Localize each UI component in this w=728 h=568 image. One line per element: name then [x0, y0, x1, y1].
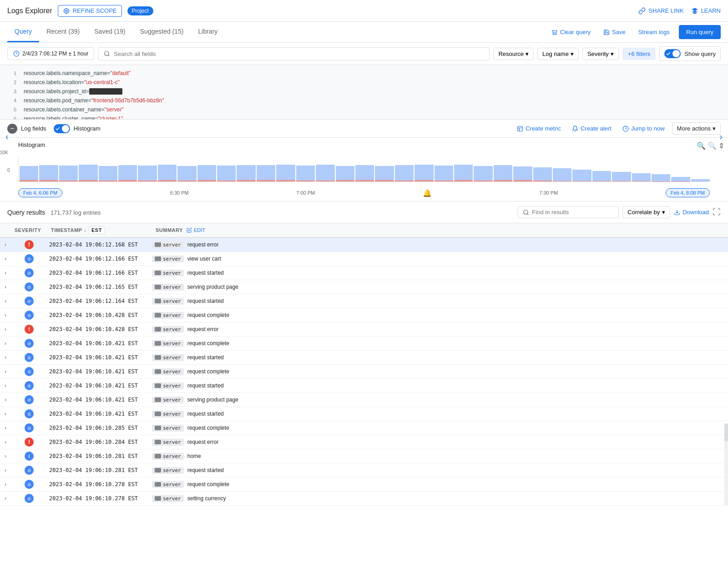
row-severity: ! — [11, 240, 47, 249]
table-row[interactable]: › ⊘ 2023-02-04 19:06:10.285 EST server r… — [0, 421, 728, 435]
table-row[interactable]: › ⊘ 2023-02-04 19:06:10.281 EST server r… — [0, 463, 728, 478]
server-chip: server — [152, 481, 184, 488]
row-expand-icon[interactable]: › — [0, 481, 11, 488]
table-row[interactable]: › ⊘ 2023-02-04 19:06:10.278 EST server s… — [0, 492, 728, 506]
row-expand-icon[interactable]: › — [0, 298, 11, 304]
row-expand-icon[interactable]: › — [0, 495, 11, 502]
create-alert-button[interactable]: Create alert — [568, 123, 615, 134]
resource-filter-label: Resource — [498, 50, 524, 57]
col-timestamp-header[interactable]: TIMESTAMP ↓ EST — [47, 226, 152, 234]
refine-scope-button[interactable]: REFINE SCOPE — [58, 5, 122, 17]
table-row[interactable]: › ⊘ 2023-02-04 19:06:12.166 EST server v… — [0, 252, 728, 266]
table-row[interactable]: › ⊘ 2023-02-04 19:06:12.165 EST server s… — [0, 280, 728, 294]
server-chip: server — [152, 382, 184, 389]
query-text-5: resource.labels.container_name="server" — [24, 106, 124, 114]
table-row[interactable]: › ! 2023-02-04 19:06:10.284 EST server r… — [0, 435, 728, 449]
find-search-icon — [523, 209, 529, 216]
search-box[interactable] — [98, 47, 490, 60]
row-expand-icon[interactable]: › — [0, 453, 11, 459]
row-summary: server request started — [152, 467, 728, 474]
row-expand-icon[interactable]: › — [0, 284, 11, 290]
log-name-filter-button[interactable]: Log name ▾ — [537, 48, 579, 60]
row-expand-icon[interactable]: › — [0, 354, 11, 361]
find-results-box[interactable] — [518, 206, 619, 218]
run-query-button[interactable]: Run query — [679, 25, 721, 39]
row-expand-icon[interactable]: › — [0, 425, 11, 431]
table-row[interactable]: › ⊘ 2023-02-04 19:06:10.428 EST server r… — [0, 308, 728, 322]
table-row[interactable]: › ⊘ 2023-02-04 19:06:10.421 EST server r… — [0, 407, 728, 421]
create-metric-button[interactable]: Create metric — [513, 123, 565, 134]
stream-logs-button[interactable]: Stream logs — [635, 26, 673, 38]
row-expand-icon[interactable]: › — [0, 368, 11, 375]
share-link-button[interactable]: SHARE LINK — [638, 7, 683, 15]
table-row[interactable]: › ⊘ 2023-02-04 19:06:10.421 EST server s… — [0, 393, 728, 407]
row-expand-icon[interactable]: › — [0, 256, 11, 262]
time-range-button[interactable]: 2/4/23 7:06:12 PM ± 1 hour — [7, 47, 94, 60]
row-expand-icon[interactable]: › — [0, 397, 11, 403]
row-expand-icon[interactable]: › — [0, 241, 11, 248]
jump-to-now-button[interactable]: Jump to now — [619, 123, 668, 134]
row-expand-icon[interactable]: › — [0, 411, 11, 417]
learn-button[interactable]: LEARN — [691, 7, 721, 15]
table-row[interactable]: › ! 2023-02-04 19:06:12.168 EST server r… — [0, 238, 728, 252]
histogram-next-button[interactable]: › — [718, 130, 724, 144]
jump-to-now-label: Jump to now — [631, 125, 665, 132]
tab-query[interactable]: Query — [7, 22, 39, 42]
severity-filter-button[interactable]: Severity ▾ — [582, 48, 619, 60]
row-expand-icon[interactable]: › — [0, 270, 11, 276]
tab-library[interactable]: Library — [191, 22, 225, 42]
histogram-prev-button[interactable]: ‹ — [4, 130, 10, 144]
debug-severity-icon: ⊘ — [25, 480, 34, 489]
save-button[interactable]: Save — [600, 26, 629, 38]
table-row[interactable]: › i 2023-02-04 19:06:10.281 EST server h… — [0, 449, 728, 463]
find-results-input[interactable] — [532, 209, 614, 216]
row-expand-icon[interactable]: › — [0, 467, 11, 473]
zoom-in-button[interactable]: 🔍 — [697, 141, 706, 150]
tab-suggested[interactable]: Suggested (15) — [133, 22, 191, 42]
server-chip: server — [152, 326, 184, 333]
histogram-toggle-switch[interactable] — [54, 124, 70, 133]
svg-line-8 — [108, 55, 110, 56]
time-700-label: 7:00 PM — [296, 190, 315, 196]
row-severity: ⊘ — [11, 494, 47, 503]
table-row[interactable]: › ⊘ 2023-02-04 19:06:10.278 EST server r… — [0, 478, 728, 492]
resource-filter-button[interactable]: Resource ▾ — [493, 48, 534, 60]
row-expand-icon[interactable]: › — [0, 439, 11, 445]
server-chip: server — [152, 453, 184, 460]
row-expand-icon[interactable]: › — [0, 382, 11, 389]
log-message: request started — [187, 298, 224, 304]
scrollbar-thumb[interactable] — [724, 423, 728, 442]
log-message: setting currency — [187, 495, 226, 502]
table-row[interactable]: › ⊘ 2023-02-04 19:06:10.421 EST server r… — [0, 365, 728, 379]
minus-icon: − — [10, 125, 14, 133]
table-row[interactable]: › ⊘ 2023-02-04 19:06:12.166 EST server r… — [0, 266, 728, 280]
edit-summary-button[interactable]: EDIT — [187, 227, 205, 233]
server-chip: server — [152, 298, 184, 305]
table-row[interactable]: › ⊘ 2023-02-04 19:06:12.164 EST server r… — [0, 294, 728, 308]
table-row[interactable]: › ⊘ 2023-02-04 19:06:10.421 EST server r… — [0, 379, 728, 393]
tab-recent[interactable]: Recent (39) — [39, 22, 87, 42]
table-row[interactable]: › ⊘ 2023-02-04 19:06:10.421 EST server r… — [0, 351, 728, 365]
table-row[interactable]: › ⊘ 2023-02-04 19:06:10.421 EST server r… — [0, 337, 728, 351]
est-badge[interactable]: EST — [88, 226, 105, 234]
zoom-out-button[interactable]: 🔍 — [708, 141, 717, 150]
search-input[interactable] — [114, 50, 484, 57]
fullscreen-button[interactable]: ⛶ — [713, 207, 721, 217]
bell-icon[interactable]: 🔔 — [423, 189, 432, 197]
server-chip-icon — [155, 256, 161, 261]
download-button[interactable]: Download — [674, 209, 709, 216]
row-severity: ⊘ — [11, 409, 47, 418]
more-actions-button[interactable]: More actions ▾ — [672, 122, 721, 135]
clear-query-button[interactable]: Clear query — [548, 26, 594, 38]
tab-saved[interactable]: Saved (19) — [87, 22, 132, 42]
table-row[interactable]: › ! 2023-02-04 19:06:10.428 EST server r… — [0, 322, 728, 337]
show-query-toggle[interactable] — [664, 49, 681, 58]
row-expand-icon[interactable]: › — [0, 340, 11, 347]
correlate-button[interactable]: Correlate by ▾ — [622, 206, 670, 218]
row-expand-icon[interactable]: › — [0, 326, 11, 332]
query-editor[interactable]: 1 resource.labels.namespace_name="defaul… — [0, 65, 728, 120]
plus-filters-button[interactable]: +6 filters — [622, 48, 656, 60]
row-expand-icon[interactable]: › — [0, 312, 11, 318]
query-text-1: resource.labels.namespace_name="default" — [24, 69, 131, 77]
scrollbar[interactable] — [724, 423, 728, 506]
